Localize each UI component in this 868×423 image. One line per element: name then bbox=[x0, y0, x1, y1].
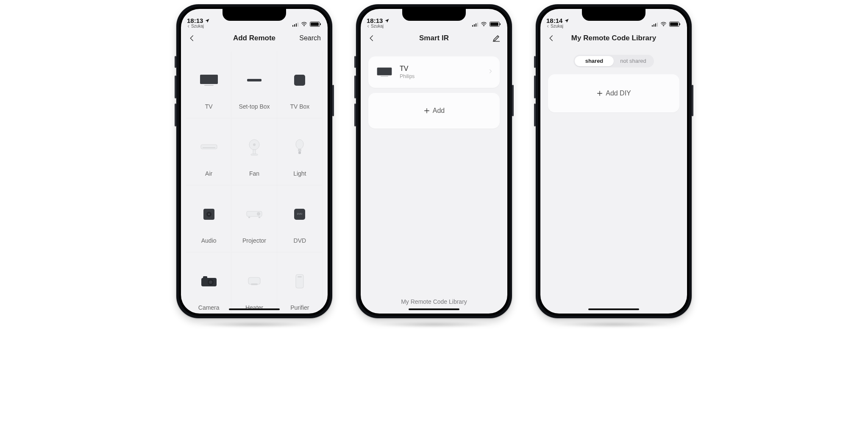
cellular-signal-icon bbox=[292, 22, 299, 27]
back-to-app[interactable]: Szukaj bbox=[187, 24, 210, 28]
location-icon bbox=[384, 18, 389, 23]
home-indicator[interactable] bbox=[409, 308, 459, 310]
segmented-control: shared not shared bbox=[573, 55, 654, 67]
battery-icon bbox=[490, 22, 500, 27]
tv-icon bbox=[376, 66, 393, 78]
svg-rect-32 bbox=[377, 67, 392, 75]
cellular-signal-icon bbox=[472, 22, 479, 27]
svg-rect-19 bbox=[248, 217, 250, 218]
phone-1: 18:13 Szukaj Add Remote Search bbox=[176, 4, 332, 318]
remote-name: TV bbox=[400, 65, 415, 73]
cellular-signal-icon bbox=[652, 22, 658, 27]
device-tv[interactable]: TV bbox=[186, 51, 231, 118]
back-button[interactable] bbox=[367, 33, 377, 43]
caret-left-icon bbox=[546, 25, 550, 28]
location-icon bbox=[564, 18, 569, 23]
heater-icon bbox=[242, 272, 266, 291]
svg-rect-33 bbox=[381, 76, 388, 77]
remote-brand: Philips bbox=[400, 73, 415, 79]
device-camera[interactable]: Camera bbox=[186, 252, 231, 314]
notch bbox=[582, 9, 645, 21]
device-tvbox[interactable]: TV Box bbox=[277, 51, 323, 118]
back-button[interactable] bbox=[187, 33, 197, 43]
chevron-left-icon bbox=[548, 34, 555, 42]
home-indicator[interactable] bbox=[588, 308, 639, 310]
camera-icon bbox=[197, 272, 221, 291]
device-dvd[interactable]: DVD DVD bbox=[277, 185, 323, 252]
notch bbox=[402, 9, 466, 21]
chevron-left-icon bbox=[188, 34, 196, 42]
svg-rect-3 bbox=[247, 79, 262, 81]
remote-tv-row[interactable]: TV Philips bbox=[368, 56, 500, 88]
status-time: 18:13 bbox=[187, 17, 203, 24]
svg-rect-10 bbox=[251, 154, 258, 155]
back-button[interactable] bbox=[546, 33, 556, 43]
chevron-right-icon bbox=[488, 68, 493, 76]
device-audio[interactable]: Audio bbox=[186, 185, 231, 252]
svg-rect-30 bbox=[298, 276, 302, 277]
battery-icon bbox=[669, 22, 679, 27]
search-button[interactable]: Search bbox=[299, 34, 321, 42]
edit-icon bbox=[492, 34, 501, 42]
fan-icon bbox=[242, 138, 266, 157]
device-air[interactable]: Air bbox=[186, 118, 231, 185]
device-light[interactable]: Light bbox=[277, 118, 323, 185]
back-to-app[interactable]: Szukaj bbox=[546, 24, 569, 28]
device-purifier[interactable]: Purifier bbox=[277, 252, 323, 314]
status-time: 18:13 bbox=[367, 17, 383, 24]
page-title: Smart IR bbox=[419, 34, 449, 42]
svg-point-11 bbox=[296, 140, 303, 149]
svg-point-8 bbox=[253, 143, 256, 146]
phone-2: 18:13 Szukaj Smart IR bbox=[356, 4, 512, 318]
svg-rect-9 bbox=[253, 150, 256, 154]
wifi-icon bbox=[660, 22, 667, 27]
svg-point-31 bbox=[484, 26, 484, 27]
device-settop[interactable]: Set-top Box bbox=[231, 51, 277, 118]
device-fan[interactable]: Fan bbox=[231, 118, 277, 185]
settop-box-icon bbox=[242, 71, 266, 90]
light-icon bbox=[288, 138, 312, 157]
svg-rect-6 bbox=[203, 147, 215, 148]
svg-rect-13 bbox=[298, 151, 301, 154]
svg-point-26 bbox=[209, 280, 212, 284]
svg-rect-27 bbox=[248, 277, 260, 284]
wifi-icon bbox=[481, 22, 487, 27]
caret-left-icon bbox=[187, 25, 190, 28]
svg-point-0 bbox=[304, 26, 305, 27]
svg-rect-1 bbox=[200, 75, 218, 84]
svg-rect-24 bbox=[203, 276, 207, 279]
wifi-icon bbox=[301, 22, 307, 27]
battery-icon bbox=[310, 22, 320, 27]
back-to-app[interactable]: Szukaj bbox=[367, 24, 389, 28]
svg-point-34 bbox=[663, 26, 664, 27]
svg-rect-4 bbox=[294, 75, 305, 86]
page-title: My Remote Code Library bbox=[571, 34, 656, 42]
device-projector[interactable]: Projector bbox=[231, 185, 277, 252]
svg-point-16 bbox=[208, 213, 210, 215]
segment-not-shared[interactable]: not shared bbox=[614, 56, 653, 66]
caret-left-icon bbox=[367, 25, 370, 28]
home-indicator[interactable] bbox=[229, 308, 280, 310]
code-library-link[interactable]: My Remote Code Library bbox=[361, 298, 507, 305]
projector-icon bbox=[242, 205, 266, 224]
segment-shared[interactable]: shared bbox=[575, 56, 614, 66]
edit-button[interactable] bbox=[492, 34, 501, 42]
device-heater[interactable]: Heater bbox=[231, 252, 277, 314]
tvbox-icon bbox=[288, 71, 312, 90]
add-diy-button[interactable]: Add DIY bbox=[548, 74, 679, 112]
dvd-icon: DVD bbox=[288, 205, 312, 224]
chevron-left-icon bbox=[368, 34, 376, 42]
svg-rect-5 bbox=[201, 145, 217, 149]
svg-rect-20 bbox=[259, 217, 260, 218]
air-icon bbox=[197, 138, 221, 157]
page-title: Add Remote bbox=[233, 34, 275, 42]
phone-3: 18:14 Szukaj My Remote Code Library bbox=[536, 4, 692, 318]
add-remote-button[interactable]: Add bbox=[368, 93, 500, 129]
nav-bar: Smart IR bbox=[361, 28, 507, 48]
svg-rect-2 bbox=[204, 85, 214, 86]
location-icon bbox=[205, 18, 210, 23]
svg-text:DVD: DVD bbox=[297, 213, 303, 215]
svg-rect-28 bbox=[251, 283, 258, 285]
tv-icon bbox=[197, 71, 221, 90]
plus-icon bbox=[423, 107, 430, 114]
